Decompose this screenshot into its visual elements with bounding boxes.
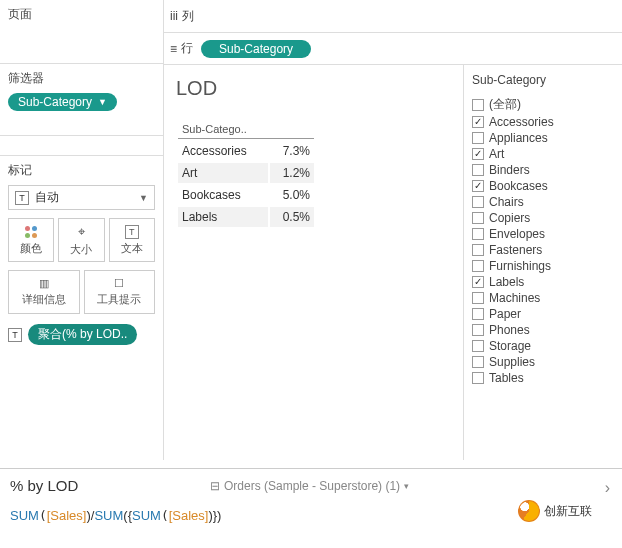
- filter-pill-subcategory[interactable]: Sub-Category ▼: [8, 93, 117, 111]
- filter-item-label: Phones: [489, 323, 530, 337]
- marks-text-cell[interactable]: T 文本: [109, 218, 155, 262]
- checkbox[interactable]: [472, 244, 484, 256]
- checkbox[interactable]: [472, 324, 484, 336]
- rows-shelf[interactable]: ≡行 Sub-Category: [164, 32, 622, 64]
- checkbox[interactable]: [472, 356, 484, 368]
- viz-area: LOD Sub-Catego.. Accessories7.3%Art1.2%B…: [164, 65, 464, 460]
- agg-pill[interactable]: 聚合(% by LOD..: [28, 324, 137, 345]
- filter-item[interactable]: Binders: [472, 162, 614, 178]
- filter-item-label: Supplies: [489, 355, 535, 369]
- row-label: Bookcases: [178, 185, 268, 205]
- caret-down-icon: ▼: [139, 193, 148, 203]
- filter-item-label: Art: [489, 147, 504, 161]
- filter-item-label: Binders: [489, 163, 530, 177]
- marks-size-cell[interactable]: ⌖ 大小: [58, 218, 104, 262]
- expand-arrow-icon[interactable]: ›: [605, 479, 610, 497]
- filter-pill-label: Sub-Category: [18, 95, 92, 109]
- fn-sum: SUM: [10, 508, 39, 523]
- marks-color-label: 颜色: [20, 241, 42, 256]
- filter-item-label: Fasteners: [489, 243, 542, 257]
- checkbox[interactable]: [472, 180, 484, 192]
- row-value: 1.2%: [270, 163, 314, 183]
- filter-item[interactable]: Art: [472, 146, 614, 162]
- row-value: 7.3%: [270, 141, 314, 161]
- checkbox[interactable]: [472, 132, 484, 144]
- checkbox[interactable]: [472, 212, 484, 224]
- row-value: 5.0%: [270, 185, 314, 205]
- filter-item[interactable]: Fasteners: [472, 242, 614, 258]
- marks-detail-label: 详细信息: [22, 292, 66, 307]
- agg-pill-label: 聚合(% by LOD..: [38, 326, 127, 343]
- filter-item-label: Chairs: [489, 195, 524, 209]
- watermark-text: 创新互联: [544, 503, 592, 520]
- marks-card-title: 标记: [8, 162, 155, 179]
- checkbox[interactable]: [472, 372, 484, 384]
- quick-filter-title: Sub-Category: [472, 73, 614, 87]
- filter-item[interactable]: Paper: [472, 306, 614, 322]
- filter-item-label: Envelopes: [489, 227, 545, 241]
- row-label: Labels: [178, 207, 268, 227]
- filter-item[interactable]: Copiers: [472, 210, 614, 226]
- filter-item[interactable]: (全部): [472, 95, 614, 114]
- pages-shelf-title: 页面: [8, 6, 155, 23]
- filter-item[interactable]: Appliances: [472, 130, 614, 146]
- checkbox[interactable]: [472, 340, 484, 352]
- marks-tooltip-cell[interactable]: ☐ 工具提示: [84, 270, 156, 314]
- table-row[interactable]: Accessories7.3%: [178, 141, 314, 161]
- filter-item-label: Tables: [489, 371, 524, 385]
- tooltip-icon: ☐: [114, 277, 124, 290]
- marks-detail-cell[interactable]: ▥ 详细信息: [8, 270, 80, 314]
- marks-size-label: 大小: [70, 242, 92, 257]
- checkbox[interactable]: [472, 292, 484, 304]
- checkbox[interactable]: [472, 164, 484, 176]
- filter-item[interactable]: Storage: [472, 338, 614, 354]
- field-sales: [Sales]: [47, 508, 87, 523]
- checkbox[interactable]: [472, 116, 484, 128]
- filter-item[interactable]: Furnishings: [472, 258, 614, 274]
- checkbox[interactable]: [472, 228, 484, 240]
- checkbox[interactable]: [472, 148, 484, 160]
- watermark: 创新互联: [518, 500, 592, 522]
- table-row[interactable]: Labels0.5%: [178, 207, 314, 227]
- filter-item[interactable]: Labels: [472, 274, 614, 290]
- filter-item[interactable]: Machines: [472, 290, 614, 306]
- marks-tooltip-label: 工具提示: [97, 292, 141, 307]
- checkbox[interactable]: [472, 308, 484, 320]
- viz-title[interactable]: LOD: [176, 77, 451, 100]
- filter-item-label: Bookcases: [489, 179, 548, 193]
- filter-item[interactable]: Accessories: [472, 114, 614, 130]
- detail-icon: ▥: [39, 277, 49, 290]
- row-pill-subcategory[interactable]: Sub-Category: [201, 40, 311, 58]
- marks-type-label: 自动: [35, 189, 59, 206]
- filter-item[interactable]: Phones: [472, 322, 614, 338]
- filter-item[interactable]: Tables: [472, 370, 614, 386]
- columns-icon: iii: [170, 9, 178, 23]
- columns-shelf[interactable]: iii列: [164, 0, 622, 32]
- checkbox[interactable]: [472, 276, 484, 288]
- text-mark-icon: T: [8, 328, 22, 342]
- table-row[interactable]: Bookcases5.0%: [178, 185, 314, 205]
- filter-item-label: Storage: [489, 339, 531, 353]
- checkbox[interactable]: [472, 196, 484, 208]
- row-label: Accessories: [178, 141, 268, 161]
- marks-type-select[interactable]: T 自动 ▼: [8, 185, 155, 210]
- table-row[interactable]: Art1.2%: [178, 163, 314, 183]
- rows-label: 行: [181, 40, 193, 57]
- marks-color-cell[interactable]: 颜色: [8, 218, 54, 262]
- filter-item[interactable]: Chairs: [472, 194, 614, 210]
- quick-filter-panel: Sub-Category (全部)AccessoriesAppliancesAr…: [464, 65, 622, 460]
- filter-item[interactable]: Bookcases: [472, 178, 614, 194]
- filter-item-label: Labels: [489, 275, 524, 289]
- filter-item[interactable]: Supplies: [472, 354, 614, 370]
- filter-item-label: Appliances: [489, 131, 548, 145]
- checkbox[interactable]: [472, 99, 484, 111]
- filter-item-label: (全部): [489, 96, 521, 113]
- checkbox[interactable]: [472, 260, 484, 272]
- calc-name-input[interactable]: [10, 477, 200, 494]
- filter-item[interactable]: Envelopes: [472, 226, 614, 242]
- text-mark-icon: T: [15, 191, 29, 205]
- marks-text-label: 文本: [121, 241, 143, 256]
- row-label: Art: [178, 163, 268, 183]
- filter-item-label: Accessories: [489, 115, 554, 129]
- datasource-label[interactable]: Orders (Sample - Superstore) (1): [224, 479, 400, 493]
